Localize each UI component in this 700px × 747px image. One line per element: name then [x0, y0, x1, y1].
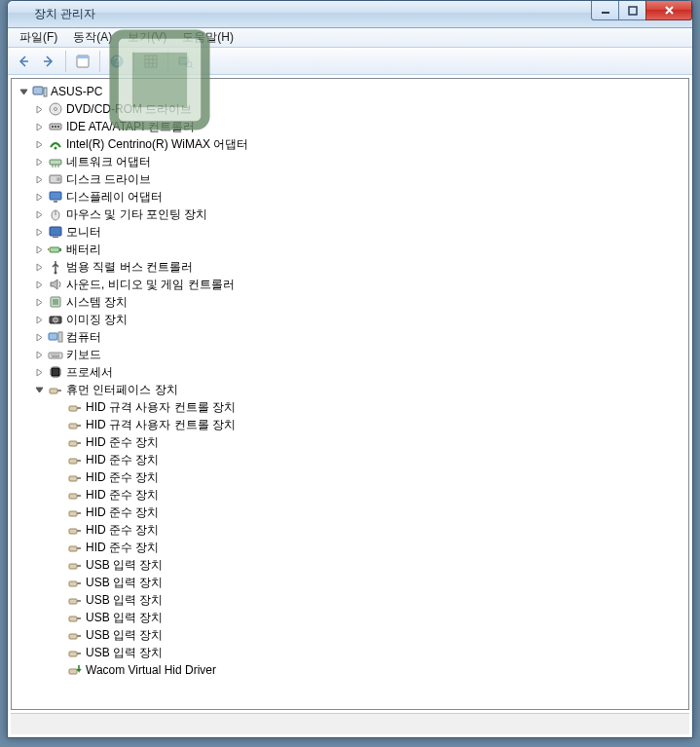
sound-icon — [47, 277, 64, 292]
expander-icon[interactable] — [31, 382, 47, 397]
display-icon — [47, 189, 64, 205]
titlebar[interactable]: 장치 관리자 — [8, 1, 692, 28]
cpu-icon — [47, 364, 64, 380]
hid-icon — [66, 575, 84, 590]
tree-category[interactable]: 디스크 드라이브 — [12, 170, 688, 188]
app-icon — [14, 7, 29, 22]
hid-icon — [66, 417, 84, 432]
hid-dl-icon — [66, 662, 84, 678]
expander-icon[interactable] — [31, 242, 47, 257]
window-controls — [592, 1, 692, 20]
expander-icon[interactable] — [31, 224, 47, 240]
expander-spacer — [51, 487, 66, 503]
tree-device[interactable]: Wacom Virtual Hid Driver — [12, 661, 688, 679]
tree-device[interactable]: HID 준수 장치 — [12, 486, 688, 504]
minimize-button[interactable] — [591, 1, 619, 20]
expander-spacer — [51, 540, 66, 555]
close-button[interactable] — [645, 1, 692, 20]
battery-icon — [47, 242, 64, 257]
tree-device[interactable]: USB 입력 장치 — [12, 644, 688, 661]
expander-icon[interactable] — [31, 364, 47, 380]
tree-category[interactable]: 이미징 장치 — [12, 311, 688, 328]
tree-device[interactable]: HID 준수 장치 — [12, 539, 688, 556]
tree-device-label: Wacom Virtual Hid Driver — [84, 663, 216, 677]
hid-icon — [66, 540, 84, 555]
tree-category[interactable]: 프로세서 — [12, 363, 688, 381]
tree-device-label: USB 입력 장치 — [84, 557, 163, 574]
tree-device[interactable]: USB 입력 장치 — [12, 591, 688, 609]
tree-category[interactable]: 모니터 — [12, 223, 688, 241]
expander-icon[interactable] — [31, 154, 47, 169]
net-icon — [47, 154, 64, 169]
hid-icon — [66, 627, 84, 643]
tree-device[interactable]: HID 준수 장치 — [12, 521, 688, 539]
expander-spacer — [51, 627, 66, 643]
tree-category[interactable]: 컴퓨터 — [12, 328, 688, 346]
tree-device[interactable]: HID 규격 사용자 컨트롤 장치 — [12, 416, 688, 433]
hid-icon — [66, 592, 84, 608]
device-tree[interactable]: ASUS-PCDVD/CD-ROM 드라이브IDE ATA/ATAPI 컨트롤러… — [11, 78, 689, 710]
maximize-button[interactable] — [618, 1, 646, 20]
expander-spacer — [51, 557, 66, 573]
tree-category-label: 모니터 — [64, 224, 101, 241]
tree-device-label: HID 준수 장치 — [84, 504, 159, 521]
expander-icon[interactable] — [31, 206, 47, 222]
svg-rect-37 — [629, 7, 637, 15]
expander-icon[interactable] — [31, 312, 47, 327]
tree-device[interactable]: HID 규격 사용자 컨트롤 장치 — [12, 398, 688, 416]
tree-category[interactable]: 마우스 및 기타 포인팅 장치 — [12, 205, 688, 223]
tree-device[interactable]: USB 입력 장치 — [12, 556, 688, 574]
expander-icon[interactable] — [31, 277, 47, 292]
tree-device-label: HID 준수 장치 — [84, 487, 159, 504]
tree-device-label: HID 준수 장치 — [84, 540, 159, 556]
tree-category[interactable]: 키보드 — [12, 346, 688, 363]
tree-category-label: 네트워크 어댑터 — [64, 154, 151, 170]
computer-icon — [47, 329, 64, 345]
device-manager-window: 장치 관리자 파일(F) 동작(A) 보기(V) 도움말(H) ASUS-PCD… — [7, 0, 693, 738]
mouse-icon — [47, 206, 64, 222]
hid-icon — [66, 557, 84, 573]
tree-device[interactable]: USB 입력 장치 — [12, 574, 688, 591]
expander-icon[interactable] — [31, 189, 47, 205]
tree-device[interactable]: HID 준수 장치 — [12, 451, 688, 468]
tree-category[interactable]: 네트워크 어댑터 — [12, 153, 688, 170]
hid-icon — [66, 399, 84, 415]
system-icon — [47, 294, 64, 310]
keyboard-icon — [47, 347, 64, 362]
tree-device[interactable]: USB 입력 장치 — [12, 626, 688, 644]
expander-icon[interactable] — [31, 171, 47, 187]
tree-device-label: HID 준수 장치 — [84, 522, 159, 539]
expander-spacer — [51, 417, 66, 432]
tree-category-label: 디스크 드라이브 — [64, 171, 151, 188]
tree-category[interactable]: 배터리 — [12, 241, 688, 258]
tree-device-label: USB 입력 장치 — [84, 627, 163, 644]
hid-icon — [66, 487, 84, 503]
expander-spacer — [51, 434, 66, 450]
tree-category[interactable]: 사운드, 비디오 및 게임 컨트롤러 — [12, 276, 688, 293]
monitor-icon — [47, 224, 64, 240]
tree-device[interactable]: HID 준수 장치 — [12, 433, 688, 451]
expander-icon[interactable] — [31, 347, 47, 362]
tree-device[interactable]: HID 준수 장치 — [12, 504, 688, 521]
tree-device[interactable]: USB 입력 장치 — [12, 609, 688, 626]
expander-icon[interactable] — [31, 259, 47, 275]
tree-device[interactable]: HID 준수 장치 — [12, 468, 688, 486]
tree-category-label: 컴퓨터 — [64, 329, 101, 346]
hid-icon — [47, 382, 64, 397]
expander-icon[interactable] — [31, 329, 47, 345]
imaging-icon — [47, 312, 64, 327]
tree-category[interactable]: 디스플레이 어댑터 — [12, 188, 688, 205]
expander-spacer — [51, 592, 66, 608]
tree-category[interactable]: 휴먼 인터페이스 장치 — [12, 381, 688, 398]
tree-category-label: 키보드 — [64, 347, 101, 363]
tree-category[interactable]: 범용 직렬 버스 컨트롤러 — [12, 258, 688, 276]
expander-icon[interactable] — [31, 294, 47, 310]
expander-spacer — [51, 610, 66, 625]
expander-spacer — [51, 504, 66, 520]
expander-spacer — [51, 399, 66, 415]
tree-device-label: HID 준수 장치 — [84, 469, 159, 486]
tree-device-label: USB 입력 장치 — [84, 645, 163, 661]
hid-icon — [66, 522, 84, 538]
tree-category[interactable]: 시스템 장치 — [12, 293, 688, 311]
tree-category-label: 프로세서 — [64, 364, 113, 381]
